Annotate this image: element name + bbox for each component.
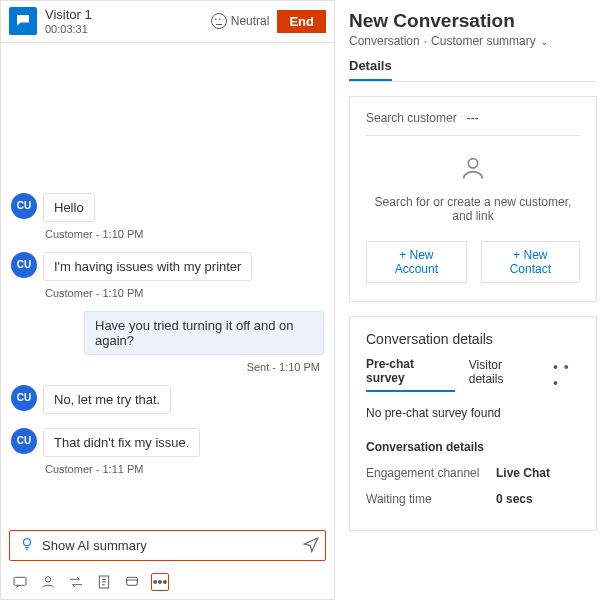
sentiment-label: Neutral [231,14,270,28]
avatar: CU [11,193,37,219]
visitor-info: Visitor 1 00:03:31 [45,7,203,36]
conversation-details-card: Conversation details Pre-chat survey Vis… [349,316,597,531]
lightbulb-icon [20,537,34,554]
end-button[interactable]: End [277,10,326,33]
sentiment-indicator: Neutral [211,13,270,29]
message-row: CU That didn't fix my issue. [11,428,324,457]
conversation-subtabs: Pre-chat survey Visitor details • • • [366,357,580,392]
empty-customer-text: Search for or create a new customer, and… [366,195,580,223]
message-meta: Customer - 1:10 PM [45,287,324,299]
new-account-button[interactable]: + New Account [366,241,467,283]
visitor-name: Visitor 1 [45,7,203,23]
svg-rect-4 [127,577,138,585]
tab-details[interactable]: Details [349,58,392,81]
ai-summary-button[interactable]: Show AI summary [9,530,326,561]
new-contact-button[interactable]: + New Contact [481,241,580,283]
ai-summary-label: Show AI summary [42,538,315,553]
breadcrumb-item: Customer summary [431,34,536,48]
message-bubble: I'm having issues with my printer [43,252,252,281]
search-customer-value: --- [467,111,479,125]
chat-panel: Visitor 1 00:03:31 Neutral End CU Hello … [0,0,335,600]
more-actions-button[interactable]: ••• [151,573,169,591]
svg-point-2 [45,577,50,582]
customer-card: Search customer --- Search for or create… [349,96,597,302]
search-customer-label: Search customer [366,111,457,125]
avatar: CU [11,252,37,278]
notes-icon[interactable] [95,573,113,591]
detail-label: Waiting time [366,492,496,506]
customer-search-row[interactable]: Search customer --- [366,111,580,136]
detail-row: Engagement channel Live Chat [366,460,580,486]
breadcrumb[interactable]: Conversation · Customer summary ⌄ [349,34,597,48]
detail-label: Engagement channel [366,466,496,480]
breadcrumb-item: Conversation [349,34,420,48]
prechat-empty-text: No pre-chat survey found [366,406,580,420]
message-bubble: No, let me try that. [43,385,171,414]
page-title: New Conversation [349,10,597,32]
conversation-details-title: Conversation details [366,331,580,347]
message-row: Have you tried turning it off and on aga… [11,311,324,355]
message-row: CU Hello [11,193,324,222]
chat-toolbar: ••• [1,567,334,599]
subtab-visitor-details[interactable]: Visitor details [469,358,539,391]
quick-reply-icon[interactable] [11,573,29,591]
form-tabs: Details [349,58,597,82]
chevron-down-icon: ⌄ [540,36,548,47]
neutral-face-icon [211,13,227,29]
person-icon [366,154,580,189]
send-icon[interactable] [302,535,320,557]
transfer-icon[interactable] [67,573,85,591]
detail-row: Waiting time 0 secs [366,486,580,512]
message-meta: Customer - 1:11 PM [45,463,324,475]
avatar: CU [11,385,37,411]
message-row: CU I'm having issues with my printer [11,252,324,281]
message-bubble: Hello [43,193,95,222]
chat-header: Visitor 1 00:03:31 Neutral End [1,1,334,43]
ellipsis-icon: ••• [153,574,168,590]
message-list: CU Hello Customer - 1:10 PM CU I'm havin… [1,43,334,524]
side-panel: New Conversation Conversation · Customer… [335,0,611,600]
detail-value: Live Chat [496,466,550,480]
conversation-details-subheader: Conversation details [366,440,580,454]
svg-point-0 [24,539,31,546]
message-row: CU No, let me try that. [11,385,324,414]
message-meta: Customer - 1:10 PM [45,228,324,240]
consult-icon[interactable] [39,573,57,591]
empty-customer-block: Search for or create a new customer, and… [366,136,580,227]
conversation-timer: 00:03:31 [45,23,203,36]
svg-point-5 [468,159,477,168]
avatar: CU [11,428,37,454]
chat-channel-icon [9,7,37,35]
subtab-prechat[interactable]: Pre-chat survey [366,357,455,392]
message-bubble: That didn't fix my issue. [43,428,200,457]
subtab-more-button[interactable]: • • • [553,359,580,391]
svg-rect-1 [14,577,26,585]
dot-separator: · [424,34,427,48]
knowledge-icon[interactable] [123,573,141,591]
message-bubble: Have you tried turning it off and on aga… [84,311,324,355]
message-meta: Sent - 1:10 PM [11,361,320,373]
detail-value: 0 secs [496,492,533,506]
